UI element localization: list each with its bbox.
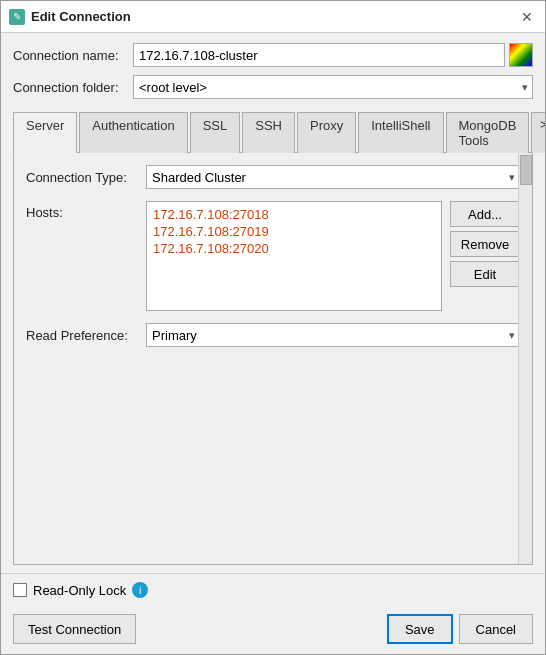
- hosts-buttons: Add... Remove Edit: [450, 201, 520, 287]
- tab-proxy[interactable]: Proxy: [297, 112, 356, 153]
- tab-ssh[interactable]: SSH: [242, 112, 295, 153]
- main-content: Connection name: Connection folder: <roo…: [1, 33, 545, 573]
- tab-server[interactable]: Server: [13, 112, 77, 153]
- cancel-button[interactable]: Cancel: [459, 614, 533, 644]
- read-preference-row: Read Preference: Primary: [26, 323, 520, 347]
- hosts-section: Hosts: 172.16.7.108:27018 172.16.7.108:2…: [26, 201, 520, 311]
- window-title: Edit Connection: [31, 9, 517, 24]
- edit-connection-window: ✎ Edit Connection ✕ Connection name: Con…: [0, 0, 546, 655]
- edit-host-button[interactable]: Edit: [450, 261, 520, 287]
- connection-folder-select-wrapper: <root level>: [133, 75, 533, 99]
- color-picker-button[interactable]: [509, 43, 533, 67]
- window-icon: ✎: [9, 9, 25, 25]
- read-preference-select-wrapper: Primary: [146, 323, 520, 347]
- connection-name-label: Connection name:: [13, 48, 133, 63]
- connection-name-input[interactable]: [133, 43, 505, 67]
- readonly-checkbox[interactable]: [13, 583, 27, 597]
- title-bar: ✎ Edit Connection ✕: [1, 1, 545, 33]
- tab-mongodb-tools[interactable]: MongoDB Tools: [446, 112, 530, 153]
- footer: Test Connection Save Cancel: [1, 606, 545, 654]
- save-button[interactable]: Save: [387, 614, 453, 644]
- hosts-label: Hosts:: [26, 201, 146, 220]
- connection-folder-row: Connection folder: <root level>: [13, 75, 533, 99]
- add-host-button[interactable]: Add...: [450, 201, 520, 227]
- connection-folder-label: Connection folder:: [13, 80, 133, 95]
- scrollbar-thumb: [520, 155, 532, 185]
- connection-type-select-wrapper: Sharded Cluster: [146, 165, 520, 189]
- bottom-bar: Read-Only Lock i: [1, 573, 545, 606]
- connection-type-label: Connection Type:: [26, 170, 146, 185]
- tab-more[interactable]: ≫: [531, 112, 545, 153]
- footer-right-buttons: Save Cancel: [387, 614, 533, 644]
- readonly-row: Read-Only Lock i: [13, 582, 148, 598]
- connection-type-row: Connection Type: Sharded Cluster: [26, 165, 520, 189]
- connection-folder-select[interactable]: <root level>: [133, 75, 533, 99]
- tab-authentication[interactable]: Authentication: [79, 112, 187, 153]
- host-entry-1[interactable]: 172.16.7.108:27018: [151, 206, 437, 223]
- host-entry-2[interactable]: 172.16.7.108:27019: [151, 223, 437, 240]
- read-preference-label: Read Preference:: [26, 328, 146, 343]
- tab-intellishell[interactable]: IntelliShell: [358, 112, 443, 153]
- close-button[interactable]: ✕: [517, 7, 537, 27]
- test-connection-button[interactable]: Test Connection: [13, 614, 136, 644]
- host-entry-3[interactable]: 172.16.7.108:27020: [151, 240, 437, 257]
- readonly-label: Read-Only Lock: [33, 583, 126, 598]
- tabs-bar: Server Authentication SSL SSH Proxy Inte…: [13, 111, 533, 153]
- readonly-info-badge[interactable]: i: [132, 582, 148, 598]
- read-preference-select[interactable]: Primary: [146, 323, 520, 347]
- remove-host-button[interactable]: Remove: [450, 231, 520, 257]
- tab-ssl[interactable]: SSL: [190, 112, 241, 153]
- tab-content-server: Connection Type: Sharded Cluster Hosts: …: [13, 153, 533, 565]
- hosts-list: 172.16.7.108:27018 172.16.7.108:27019 17…: [146, 201, 442, 311]
- connection-type-select[interactable]: Sharded Cluster: [146, 165, 520, 189]
- connection-name-row: Connection name:: [13, 43, 533, 67]
- scrollbar[interactable]: [518, 153, 532, 564]
